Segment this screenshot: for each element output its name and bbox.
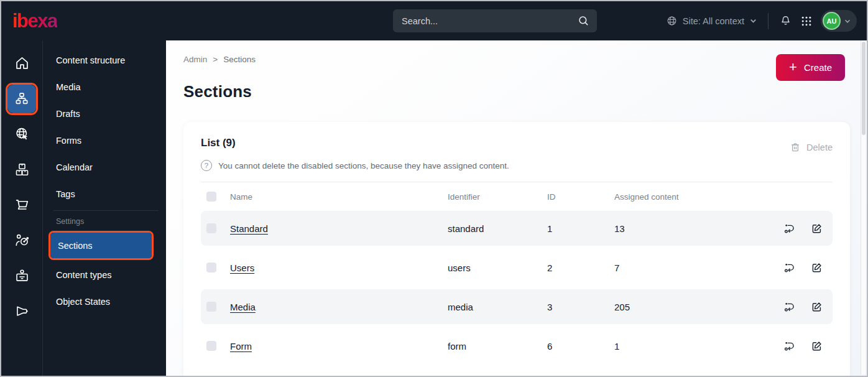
section-id: 6 [547, 341, 614, 351]
site-globe-cursor-icon [14, 126, 30, 142]
edit-icon[interactable] [811, 262, 823, 274]
section-name-link[interactable]: Form [230, 341, 252, 351]
section-id: 2 [547, 263, 614, 273]
assign-content-icon[interactable] [783, 301, 795, 313]
sidebar-item-content-types[interactable]: Content types [43, 261, 166, 288]
breadcrumb-admin[interactable]: Admin [183, 55, 207, 64]
content-tree-icon [14, 91, 30, 107]
section-assigned-count: 13 [614, 223, 758, 234]
edit-icon[interactable] [811, 340, 823, 352]
breadcrumb: Admin > Sections [183, 55, 850, 64]
edit-icon[interactable] [811, 301, 823, 313]
rail-item-customer-portal[interactable] [1, 258, 43, 294]
rail-item-personalization[interactable] [1, 223, 43, 258]
app-switcher-grid-icon[interactable] [800, 15, 813, 27]
home-icon [14, 55, 30, 72]
column-header-id: ID [547, 192, 614, 202]
section-name-link[interactable]: Media [230, 302, 256, 312]
scrollbar-thumb[interactable] [862, 42, 866, 135]
row-checkbox[interactable] [206, 341, 216, 351]
sidebar-item-media[interactable]: Media [43, 73, 166, 100]
sidebar-item-forms[interactable]: Forms [43, 127, 166, 154]
section-name-link[interactable]: Standard [230, 223, 268, 234]
rail-item-site[interactable] [1, 116, 43, 152]
list-info: ? You cannot delete the disabled section… [201, 160, 833, 171]
assign-content-icon[interactable] [783, 340, 795, 352]
search-input[interactable] [402, 16, 578, 26]
ibexa-logo[interactable]: ibexa [12, 10, 57, 32]
section-id: 3 [547, 302, 614, 312]
create-button[interactable]: + Create [776, 54, 845, 81]
menu-divider [53, 210, 159, 211]
chevron-down-icon [844, 17, 851, 25]
site-context-selector[interactable]: Site: All context [666, 15, 757, 27]
rail-item-commerce[interactable] [1, 187, 43, 223]
select-all-checkbox[interactable] [206, 192, 216, 202]
section-name-link[interactable]: Users [230, 263, 254, 273]
section-identifier: standard [448, 223, 547, 234]
column-header-assigned: Assigned content [614, 192, 758, 202]
annotation-highlight [6, 83, 38, 115]
trash-icon [790, 142, 801, 153]
page-title: Sections [183, 82, 850, 101]
sidebar-item-drafts[interactable]: Drafts [43, 100, 166, 127]
global-search[interactable] [393, 9, 597, 32]
column-header-identifier: Identifier [448, 192, 547, 202]
assign-content-icon[interactable] [783, 223, 795, 235]
topbar-divider [768, 13, 769, 29]
sidebar-item-sections[interactable]: Sections [50, 233, 152, 258]
assign-content-icon[interactable] [783, 262, 795, 274]
section-assigned-count: 7 [614, 263, 758, 273]
row-checkbox[interactable] [206, 223, 216, 233]
section-identifier: media [448, 302, 547, 312]
site-context-label: Site: All context [683, 16, 744, 26]
section-assigned-count: 205 [614, 302, 758, 312]
sidebar-item-tags[interactable]: Tags [43, 180, 166, 207]
user-menu[interactable]: AU [821, 10, 857, 32]
globe-icon [666, 15, 678, 27]
rail-item-products[interactable] [1, 152, 43, 187]
notifications-bell-icon[interactable] [779, 14, 792, 27]
megaphone-icon [14, 303, 30, 320]
sidebar-item-content-structure[interactable]: Content structure [43, 47, 166, 73]
sections-list-card: List (9) Delete ? Yo [183, 122, 850, 376]
plus-icon: + [789, 60, 797, 74]
section-id: 1 [547, 223, 614, 234]
breadcrumb-separator: > [213, 55, 218, 64]
topbar-right: Site: All context AU [666, 10, 857, 32]
rail-item-home[interactable] [1, 45, 43, 81]
question-circle-icon: ? [201, 160, 212, 171]
table-row: Standard standard 1 13 [201, 211, 833, 246]
section-assigned-count: 1 [614, 341, 758, 351]
section-identifier: form [448, 341, 547, 351]
table-row: Media media 3 205 [201, 289, 833, 324]
row-checkbox[interactable] [206, 302, 216, 312]
rail-item-content-structure[interactable] [1, 81, 43, 116]
personalization-target-icon [14, 232, 30, 249]
icon-rail [1, 40, 43, 376]
main-content: Admin > Sections + Create Sections List … [166, 40, 867, 376]
chevron-down-icon [749, 17, 757, 25]
column-header-name: Name [226, 192, 448, 202]
id-badge-icon [14, 268, 30, 284]
sidebar-item-calendar[interactable]: Calendar [43, 154, 166, 180]
vertical-scrollbar[interactable] [861, 40, 866, 375]
breadcrumb-sections: Sections [223, 55, 256, 64]
edit-icon[interactable] [811, 223, 823, 235]
app-window: ibexa Site: All context [0, 0, 868, 377]
sidebar-item-object-states[interactable]: Object States [43, 288, 166, 315]
secondary-sidebar: Content structure Media Drafts Forms Cal… [43, 40, 166, 376]
table-header: Name Identifier ID Assigned content [201, 182, 833, 211]
top-bar: ibexa Site: All context [1, 1, 867, 40]
delete-button[interactable]: Delete [790, 142, 833, 153]
avatar: AU [823, 12, 841, 30]
table-row: Users users 2 7 [201, 250, 833, 285]
annotation-highlight: Sections [48, 231, 154, 260]
shopping-cart-icon [14, 197, 30, 213]
search-icon[interactable] [578, 15, 589, 27]
rail-item-marketing[interactable] [1, 294, 43, 329]
table-row: Form form 6 1 [201, 328, 833, 363]
row-checkbox[interactable] [206, 263, 216, 272]
section-identifier: users [448, 263, 547, 273]
product-boxes-icon [14, 161, 30, 178]
